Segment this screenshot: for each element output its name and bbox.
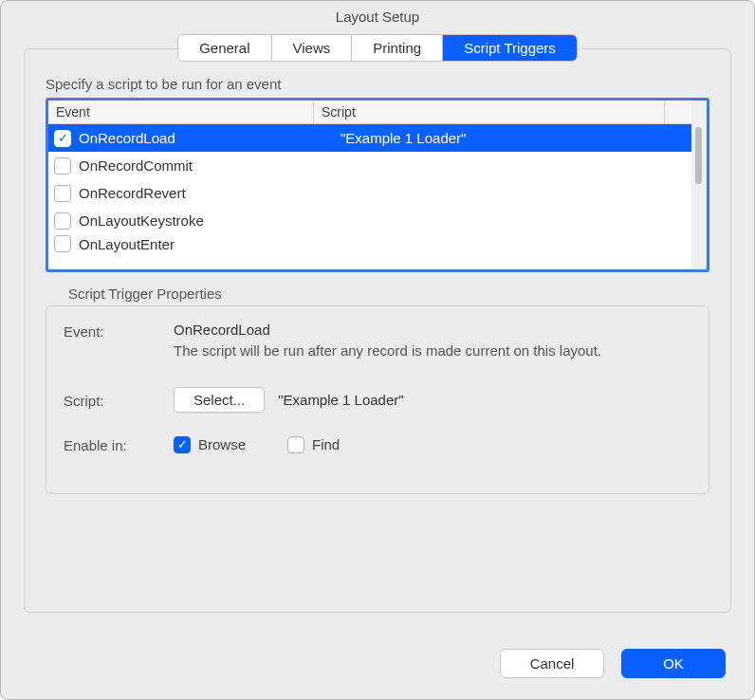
header-event[interactable]: Event [48, 101, 314, 123]
row-event: OnRecordLoad [79, 130, 322, 146]
event-label: Event: [64, 322, 174, 360]
tab-general[interactable]: General [178, 35, 271, 61]
ok-button[interactable]: OK [621, 649, 726, 678]
check-icon: ✓ [177, 438, 188, 451]
check-icon: ✓ [58, 132, 68, 144]
tab-views[interactable]: Views [272, 35, 353, 61]
row-event: OnLayoutKeystroke [79, 212, 322, 229]
find-label: Find [312, 436, 340, 452]
row-checkbox[interactable]: ✓ [54, 130, 71, 147]
scrollbar-thumb[interactable] [695, 127, 702, 184]
properties-box: Event: OnRecordLoad The script will be r… [46, 305, 709, 494]
row-event: OnLayoutEnter [79, 236, 322, 252]
table-row[interactable]: OnLayoutKeystroke [48, 207, 691, 234]
script-label: Script: [64, 391, 174, 409]
header-script[interactable]: Script [314, 101, 665, 123]
dialog-footer: Cancel OK [1, 632, 754, 699]
event-name: OnRecordLoad [174, 322, 691, 338]
browse-label: Browse [198, 436, 246, 452]
find-checkbox[interactable] [287, 436, 304, 453]
row-checkbox[interactable] [54, 212, 71, 230]
script-name: "Example 1 Loader" [278, 392, 403, 408]
properties-title: Script Trigger Properties [68, 286, 709, 302]
script-triggers-panel: Specify a script to be run for an event … [24, 48, 731, 613]
table-scrollbar[interactable] [691, 101, 707, 269]
select-script-button[interactable]: Select... [174, 387, 265, 413]
dialog-title: Layout Setup [1, 1, 754, 34]
row-checkbox[interactable] [54, 157, 71, 175]
table-header: Event Script [48, 101, 691, 124]
table-row[interactable]: OnRecordRevert [48, 179, 691, 207]
header-spacer [665, 101, 691, 123]
row-event: OnRecordRevert [79, 185, 322, 201]
row-checkbox[interactable] [54, 235, 71, 252]
cancel-button[interactable]: Cancel [500, 649, 604, 678]
events-table: Event Script ✓ OnRecordLoad "Example 1 L… [46, 98, 709, 272]
tab-printing[interactable]: Printing [352, 35, 443, 61]
row-event: OnRecordCommit [79, 157, 322, 174]
table-row[interactable]: ✓ OnRecordLoad "Example 1 Loader" [48, 124, 691, 152]
tab-bar: General Views Printing Script Triggers [177, 34, 578, 62]
layout-setup-dialog: Layout Setup General Views Printing Scri… [0, 0, 755, 700]
browse-checkbox[interactable]: ✓ [174, 436, 191, 453]
row-checkbox[interactable] [54, 185, 71, 202]
table-row[interactable]: OnRecordCommit [48, 152, 691, 179]
table-row[interactable]: OnLayoutEnter [48, 234, 691, 253]
tab-script-triggers[interactable]: Script Triggers [443, 35, 577, 61]
row-script: "Example 1 Loader" [322, 130, 686, 146]
event-description: The script will be run after any record … [174, 341, 691, 360]
section-label: Specify a script to be run for an event [46, 76, 709, 92]
enable-in-label: Enable in: [64, 435, 174, 453]
